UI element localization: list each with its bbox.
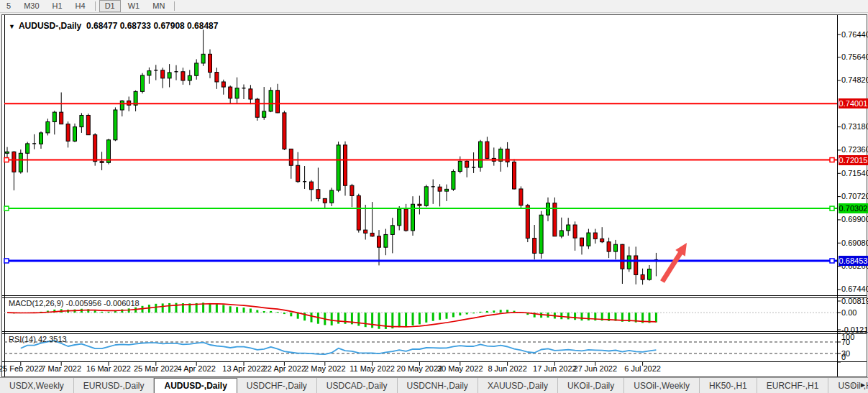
chart-symbol-label: AUDUSD-,Daily bbox=[19, 21, 81, 31]
chart-borders bbox=[2, 15, 867, 377]
chart-title: ▼AUDUSD-,Daily 0.68477 0.68733 0.67908 0… bbox=[9, 21, 218, 31]
price-axis-label: 0.76440 bbox=[841, 31, 868, 39]
date-axis-label: 13 Apr 2022 bbox=[222, 364, 265, 373]
tab-scroll-buttons: ◄ ► bbox=[848, 379, 867, 392]
line-handle[interactable] bbox=[830, 259, 834, 263]
arrow-annotation-layer bbox=[662, 243, 687, 282]
hline-price-tag: 0.68453 bbox=[839, 256, 868, 266]
date-axis-label: 22 Apr 2022 bbox=[263, 364, 306, 373]
date-axis-label: 25 Mar 2022 bbox=[134, 364, 178, 373]
macd-axis-label: 0.008197 bbox=[841, 297, 868, 305]
rsi-axis-label: 70 bbox=[841, 338, 850, 346]
date-axis-label: 20 May 2022 bbox=[397, 364, 443, 373]
hline-objects-layer bbox=[4, 103, 837, 263]
macd-axis-label: 0.00 bbox=[841, 309, 856, 317]
date-axis-label: 25 Feb 2022 bbox=[0, 364, 43, 373]
date-axis-label: 8 Jun 2022 bbox=[488, 364, 526, 373]
price-axis-label: 0.67440 bbox=[841, 285, 868, 293]
tab-ukoil-daily[interactable]: UKOil-,Daily bbox=[558, 378, 624, 393]
price-axis-label: 0.75640 bbox=[841, 53, 868, 61]
tab-usoil-weekly[interactable]: USOil-,Weekly bbox=[624, 378, 700, 393]
trend-arrow[interactable] bbox=[662, 251, 682, 282]
rsi-indicator-label: RSI(14) 42.3513 bbox=[9, 335, 67, 343]
price-chart-canvas[interactable] bbox=[0, 0, 868, 393]
rsi-panel-layer bbox=[4, 341, 837, 354]
chart-dropdown-icon[interactable]: ▼ bbox=[9, 23, 15, 30]
price-axis-label: 0.70720 bbox=[841, 193, 868, 200]
tab-xauusd-daily[interactable]: XAUUSD-,Daily bbox=[478, 378, 558, 393]
date-axis-label: 17 Jun 2022 bbox=[533, 364, 577, 373]
price-axis-label: 0.71540 bbox=[841, 170, 868, 177]
terminal-root: 5M30H1H4D1W1MN ▼AUDUSD-,Daily 0.68477 0.… bbox=[0, 0, 868, 393]
candles-layer bbox=[6, 29, 658, 285]
line-handle[interactable] bbox=[4, 158, 9, 162]
date-axis-label: 11 May 2022 bbox=[350, 364, 395, 373]
hline-price-tag: 0.74001 bbox=[839, 98, 868, 108]
hline-price-tag: 0.72015 bbox=[839, 155, 868, 165]
date-axis-label: 2 May 2022 bbox=[304, 364, 345, 373]
line-handle[interactable] bbox=[830, 206, 834, 211]
tab-eurusd-daily[interactable]: EURUSD-,Daily bbox=[74, 378, 155, 393]
tab-audusd-daily[interactable]: AUDUSD-,Daily bbox=[154, 378, 237, 393]
tab-hk50-h1[interactable]: HK50-,H1 bbox=[700, 378, 757, 393]
tab-usdx-weekly[interactable]: USDX,Weekly bbox=[0, 378, 74, 393]
date-axis-label: 4 Apr 2022 bbox=[178, 364, 216, 373]
price-axis-label: 0.74820 bbox=[841, 76, 868, 84]
rsi-line bbox=[21, 341, 657, 354]
tab-usdcad-daily[interactable]: USDCAD-,Daily bbox=[317, 378, 398, 393]
chart-ohlc-values: 0.68477 0.68733 0.67908 0.68487 bbox=[86, 21, 219, 31]
symbol-tab-bar: USDX,WeeklyEURUSD-,DailyAUDUSD-,DailyUSD… bbox=[0, 377, 868, 393]
date-axis-label: 6 Jul 2022 bbox=[624, 364, 661, 373]
line-handle[interactable] bbox=[4, 259, 9, 263]
date-axis-label: 30 May 2022 bbox=[437, 364, 483, 373]
price-axis-label: 0.69080 bbox=[841, 239, 868, 247]
line-handle[interactable] bbox=[4, 206, 9, 211]
tab-scroll-right-icon[interactable]: ► bbox=[859, 379, 867, 392]
hline-price-tag: 0.70302 bbox=[839, 203, 868, 213]
price-axis-label: 0.72360 bbox=[841, 146, 868, 154]
tab-eurchf-h1[interactable]: EURCHF-,H1 bbox=[757, 378, 829, 393]
price-axis-label: 0.73180 bbox=[841, 123, 868, 131]
rsi-axis-label: 0 bbox=[841, 353, 846, 361]
tab-scroll-left-icon[interactable]: ◄ bbox=[848, 379, 855, 392]
macd-indicator-label: MACD(12,26,9) -0.005956 -0.006018 bbox=[9, 299, 140, 308]
line-handle[interactable] bbox=[830, 158, 834, 162]
price-axis-label: 0.69900 bbox=[841, 216, 868, 223]
date-axis-label: 27 Jun 2022 bbox=[574, 364, 618, 373]
tab-usdchf-daily[interactable]: USDCHF-,Daily bbox=[237, 378, 317, 393]
date-axis-label: 7 Mar 2022 bbox=[41, 364, 81, 373]
date-axis-label: 16 Mar 2022 bbox=[86, 364, 131, 373]
tab-usdcnh-daily[interactable]: USDCNH-,Daily bbox=[398, 378, 478, 393]
